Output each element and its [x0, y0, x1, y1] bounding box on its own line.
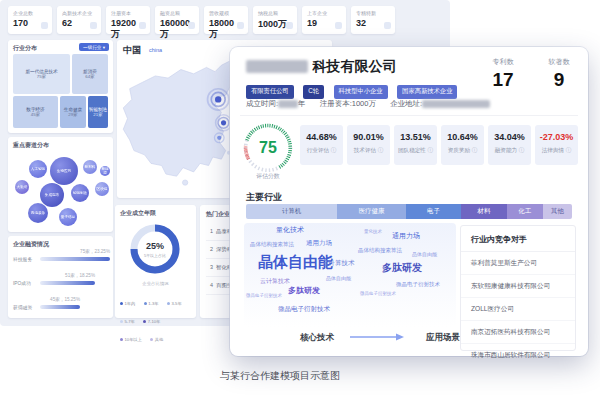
- tag-high-tech: 国家高新技术企业: [397, 85, 457, 99]
- wordcloud: 量化技术 晶体结构搜索算法 通用力场 晶体自由能 云计算技术 云计算技术 多肽研…: [244, 223, 456, 327]
- map-ripple-point: [208, 89, 229, 110]
- track-bubble-card: 重点赛道分布 人工智能 生物医药 新材料 新能源 大数据 集成电路 智能制造 区…: [8, 137, 113, 232]
- info-icon[interactable]: ⓘ: [427, 147, 433, 153]
- bar-label: 科技服务: [13, 256, 32, 262]
- redacted-address: [422, 100, 490, 108]
- bubble: 智能制造: [71, 184, 89, 202]
- score-label: 评估分数: [256, 173, 280, 180]
- cloud-word: 微晶电子衍射技术: [278, 305, 330, 314]
- bubble: 区块链: [95, 182, 109, 196]
- tag-funding-round: C轮: [303, 85, 324, 99]
- stat-icon: [188, 22, 195, 29]
- stat-icon: [237, 22, 244, 29]
- cloud-word: 云计算技术: [260, 277, 290, 286]
- flow-arrow-icon: [348, 333, 406, 341]
- competitor-item: 东软熙康健康科技有限公司: [461, 275, 575, 298]
- figure-caption: 与某行合作建模项目示意图: [140, 369, 420, 383]
- stat-value: 160000万: [155, 16, 199, 43]
- card-title: 重点赛道分布: [13, 141, 49, 150]
- stat-label: 融资总额: [155, 6, 199, 16]
- stat-card: 营收规模 18000万: [204, 6, 248, 34]
- bubble: 量子信息: [59, 208, 77, 226]
- bubble: 高端装备: [28, 203, 48, 223]
- company-tags: 有限责任公司 C轮 科技型中小企业 国家高新技术企业: [246, 79, 462, 99]
- cloud-word: 微晶电子衍射技术: [246, 293, 282, 298]
- score-gauge: 75 评估分数: [236, 119, 300, 181]
- cloud-word: 通用力场: [306, 239, 332, 248]
- china-map: [119, 54, 247, 196]
- industry-distribution-card: 行业分布 一级行业 ▾ 新一代信息技术 75家 新消费 64家 数字经济 45家…: [8, 40, 113, 133]
- score-value: 75: [259, 139, 277, 156]
- bar-value: 51家，18.25%: [38, 273, 95, 278]
- treemap-block: 智能制造 21家: [88, 96, 108, 128]
- donut-center-label: 5年以上占比: [144, 253, 166, 258]
- flow-left-label: 核心技术: [300, 332, 334, 344]
- bubble: 人工智能: [29, 160, 47, 178]
- stat-icon: [139, 22, 146, 29]
- stat-icon: [41, 22, 48, 29]
- redacted-company-prefix: [246, 60, 308, 73]
- competitor-item: 南京迈拓医药科技有限公司: [461, 321, 575, 344]
- stat-value: 18000万: [204, 16, 248, 43]
- company-info-line: 成立时间:年 注册资本:1000万 企业地址:: [246, 99, 490, 109]
- donut-card: 企业成立年限 25% 5年以上占比 企业占比情况 1年内 1-3年 3-5年 5…: [115, 205, 196, 318]
- stat-label: 企业总数: [8, 6, 52, 16]
- company-report-panel: 科技有限公司 专利数 17 软著数 9 有限责任公司 C轮 科技型中小企业 国家…: [230, 47, 588, 356]
- cloud-word: 微晶电子衍射技术: [396, 281, 440, 288]
- finance-card: 企业融资情况 科技服务 75家，23.25% IPO成功 51家，18.25% …: [8, 236, 113, 318]
- metric-box: 10.64% 资质奖励 ⓘ: [441, 125, 484, 165]
- stat-value: 19200万: [106, 16, 150, 43]
- info-icon[interactable]: ⓘ: [378, 147, 384, 153]
- segment: 电子: [406, 204, 461, 219]
- treemap-block: 新消费 64家: [72, 54, 108, 94]
- segment: 计算机: [246, 204, 337, 219]
- treemap-block: 数字经济 45家: [13, 96, 58, 128]
- competitors-title: 行业内竞争对手: [461, 226, 575, 252]
- stat-card: 注册资本 19200万: [106, 6, 150, 34]
- metric-box: -27.03% 法律舆情 ⓘ: [535, 125, 578, 165]
- cloud-word: 量化技术: [364, 229, 382, 234]
- bubble: 新材料: [83, 160, 97, 174]
- donut-note: 企业占比情况: [115, 281, 196, 286]
- cloud-word: 云计算技术: [322, 259, 355, 268]
- cloud-word: 多肽研发: [288, 285, 320, 296]
- info-icon[interactable]: ⓘ: [519, 147, 525, 153]
- company-name: 科技有限公司: [246, 57, 396, 76]
- segment: 其他: [543, 204, 572, 219]
- patents-stat: 专利数 17: [480, 57, 526, 91]
- stat-label: 纳税总额: [253, 6, 297, 16]
- cloud-word: 通用力场: [392, 231, 420, 241]
- stat-card: 企业总数 170: [8, 6, 52, 34]
- stat-label: 营收规模: [204, 6, 248, 16]
- competitor-item: 珠海市西山居软件有限公司: [461, 344, 575, 366]
- stat-card: 高新技术企业 62: [57, 6, 101, 34]
- stat-card: 上市企业 19: [302, 6, 346, 34]
- copyrights-stat: 软著数 9: [536, 57, 582, 91]
- segment: 化工: [507, 204, 543, 219]
- stat-card: 融资总额 160000万: [155, 6, 199, 34]
- cloud-word: 晶体结构搜索算法: [250, 241, 294, 248]
- bar: [40, 281, 95, 285]
- bar: [40, 305, 80, 309]
- stat-card: 纳税总额 1000万: [253, 6, 297, 34]
- bar-value: 45家，15.25%: [28, 297, 80, 302]
- info-icon[interactable]: ⓘ: [566, 147, 572, 153]
- stat-label: 专精特新: [351, 6, 395, 16]
- bar: [40, 257, 110, 261]
- cloud-word: 晶体结构搜索算法: [358, 247, 402, 254]
- cloud-word: 量化技术: [276, 225, 304, 235]
- donut-chart: 25% 5年以上占比: [125, 219, 185, 279]
- segment: 材料: [461, 204, 507, 219]
- competitor-item: 菲利普莫里斯生产公司: [461, 252, 575, 275]
- metric-box: 13.51% 团队稳定性 ⓘ: [394, 125, 437, 165]
- stat-icon: [286, 22, 293, 29]
- industry-level-dropdown[interactable]: 一级行业 ▾: [79, 43, 109, 51]
- info-icon[interactable]: ⓘ: [472, 147, 478, 153]
- bar-label: 获得融资: [13, 304, 32, 310]
- flow-right-label: 应用场景: [426, 332, 460, 344]
- metric-box: 34.04% 融资能力 ⓘ: [488, 125, 531, 165]
- info-icon[interactable]: ⓘ: [331, 147, 337, 153]
- redacted-founded-year: [278, 100, 298, 108]
- bubble: 新能源: [100, 166, 110, 176]
- divider: [240, 115, 578, 116]
